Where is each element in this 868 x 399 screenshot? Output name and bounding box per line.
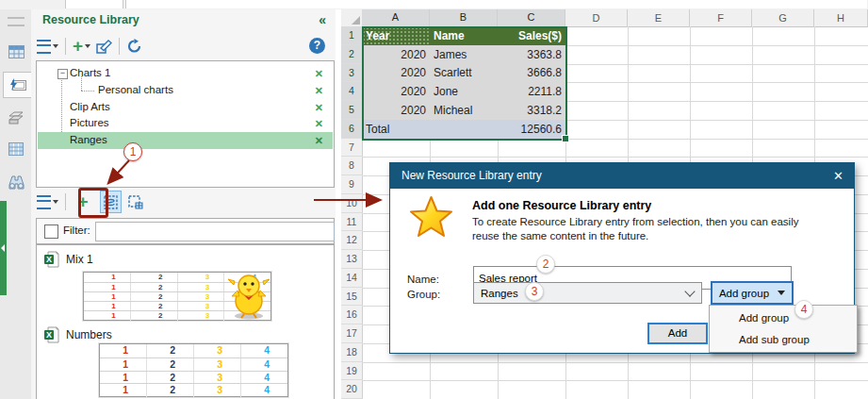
library-entry-name[interactable]: Mix 1 — [66, 253, 93, 266]
add-button[interactable]: Add — [647, 323, 708, 344]
preview-cell: 1 — [100, 344, 146, 357]
delete-group-icon[interactable]: ✕ — [315, 85, 323, 97]
tree-item-pictures[interactable]: Pictures✕ — [38, 115, 333, 132]
library-group-tree: −Charts 1✕Personal charts✕Clip Arts✕Pict… — [36, 60, 335, 188]
preview-cell: 4 — [240, 384, 287, 397]
entry-preview-table[interactable]: 1234123412341234 — [99, 343, 288, 397]
close-icon[interactable]: ✕ — [833, 163, 843, 189]
row-header-3[interactable]: 3 — [341, 64, 364, 83]
annotation-step-1: 1 — [123, 142, 142, 161]
selection-fill-handle[interactable] — [562, 135, 569, 142]
library-entry-name[interactable]: Numbers — [66, 328, 112, 341]
column-header-F[interactable]: F — [690, 9, 752, 27]
column-header-A[interactable]: A — [362, 9, 430, 28]
cell-C5[interactable]: 3318.2 — [498, 101, 565, 120]
row-header-20[interactable]: 20 — [341, 380, 363, 399]
tree-item-clip-arts[interactable]: Clip Arts✕ — [38, 99, 333, 116]
cell-A4[interactable]: 2020 — [362, 82, 430, 101]
row-header-4[interactable]: 4 — [341, 82, 364, 101]
group-value: Ranges — [481, 288, 518, 299]
column-header-E[interactable]: E — [628, 9, 690, 27]
add-group-dropdown-button[interactable]: Add group — [711, 281, 794, 305]
annotation-step-3: 3 — [525, 282, 544, 301]
row-header-8[interactable]: 8 — [341, 157, 363, 175]
cell-B4[interactable]: Jone — [430, 82, 498, 101]
collapse-panel-button[interactable]: « — [319, 12, 326, 27]
cell-A1[interactable]: Year — [362, 26, 430, 45]
cell-A2[interactable]: 2020 — [362, 45, 430, 64]
row-header-11[interactable]: 11 — [341, 213, 363, 232]
menu-icon — [37, 40, 51, 54]
column-header-B[interactable]: B — [430, 9, 498, 28]
annotation-step-2: 2 — [536, 255, 555, 274]
row-header-6[interactable]: 6 — [341, 120, 364, 139]
cell-A3[interactable]: 2020 — [362, 64, 430, 83]
row-header-16[interactable]: 16 — [341, 306, 363, 324]
tree-item-ranges[interactable]: Ranges✕ — [38, 132, 333, 149]
cell-B2[interactable]: James — [430, 45, 498, 64]
cell-C3[interactable]: 3666.8 — [498, 64, 565, 83]
row-header-9[interactable]: 9 — [341, 175, 363, 194]
cell-C2[interactable]: 3363.8 — [498, 45, 565, 64]
cell-A6[interactable]: Total — [362, 120, 430, 139]
column-header-D[interactable]: D — [565, 9, 628, 27]
row-header-5[interactable]: 5 — [341, 101, 364, 120]
star-icon — [409, 195, 453, 239]
cell-B6[interactable] — [430, 120, 498, 139]
edit-button[interactable] — [93, 36, 115, 57]
refresh-icon — [126, 39, 142, 54]
entry-menu-button[interactable] — [34, 191, 61, 212]
row-header-2[interactable]: 2 — [341, 45, 364, 64]
row-header-13[interactable]: 13 — [341, 250, 363, 269]
row-header-15[interactable]: 15 — [341, 288, 363, 307]
cell-B1[interactable]: Name — [430, 26, 498, 45]
tree-item-label: Clip Arts — [70, 101, 110, 112]
cell-C6[interactable]: 12560.6 — [498, 120, 565, 139]
group-combobox[interactable]: Ranges — [473, 282, 702, 304]
pane-grip[interactable] — [8, 17, 25, 26]
column-header-C[interactable]: C — [498, 9, 565, 28]
add-range-entry-button[interactable] — [125, 191, 146, 212]
cell-B3[interactable]: Scarlett — [430, 64, 498, 83]
tree-expander-icon[interactable]: − — [57, 69, 68, 79]
chevron-down-icon — [684, 286, 695, 296]
delete-group-icon[interactable]: ✕ — [315, 68, 323, 80]
delete-group-icon[interactable]: ✕ — [315, 135, 323, 147]
row-header-12[interactable]: 12 — [341, 231, 363, 250]
worksheet-tab-icon[interactable] — [4, 40, 28, 64]
column-list-icon[interactable] — [4, 137, 28, 161]
cell-C4[interactable]: 2211.8 — [498, 82, 565, 101]
row-header-1[interactable]: 1 — [341, 26, 364, 45]
refresh-button[interactable] — [123, 36, 145, 57]
cell-B5[interactable]: Micheal — [430, 101, 498, 120]
delete-group-icon[interactable]: ✕ — [315, 118, 323, 130]
filter-checkbox[interactable] — [44, 224, 58, 239]
add-group-toolbar-button[interactable]: + — [70, 36, 93, 57]
select-all-corner[interactable] — [341, 9, 363, 27]
delete-group-icon[interactable]: ✕ — [315, 102, 323, 114]
preview-cell: 1 — [100, 358, 146, 372]
help-button[interactable]: ? — [309, 38, 325, 54]
binoculars-icon[interactable] — [4, 170, 28, 194]
row-header-14[interactable]: 14 — [341, 269, 363, 288]
collapsed-pane-bar[interactable] — [0, 201, 7, 295]
cell-C1[interactable]: Sales($) — [498, 26, 565, 45]
preview-cell: 2 — [146, 358, 193, 372]
clipboard-tray-icon[interactable] — [4, 106, 28, 130]
dialog-title: New Resource Library entry — [390, 163, 854, 189]
column-header-H[interactable]: H — [814, 9, 868, 27]
row-header-18[interactable]: 18 — [341, 343, 363, 362]
menu-item-add-group[interactable]: Add group — [710, 308, 857, 329]
view-menu-button[interactable] — [34, 36, 61, 57]
tree-item-personal-charts[interactable]: Personal charts✕ — [38, 82, 333, 99]
filter-input[interactable] — [95, 222, 335, 241]
row-header-17[interactable]: 17 — [341, 324, 363, 343]
cell-A5[interactable]: 2020 — [362, 101, 430, 120]
menu-item-add-sub-group[interactable]: Add sub group — [710, 329, 857, 351]
row-header-19[interactable]: 19 — [341, 362, 363, 381]
row-header-7[interactable]: 7 — [341, 139, 363, 158]
column-header-G[interactable]: G — [752, 9, 814, 27]
row-header-10[interactable]: 10 — [341, 194, 363, 213]
tree-item-charts-1[interactable]: −Charts 1✕ — [38, 65, 333, 82]
resource-library-tab-icon[interactable] — [3, 72, 31, 98]
